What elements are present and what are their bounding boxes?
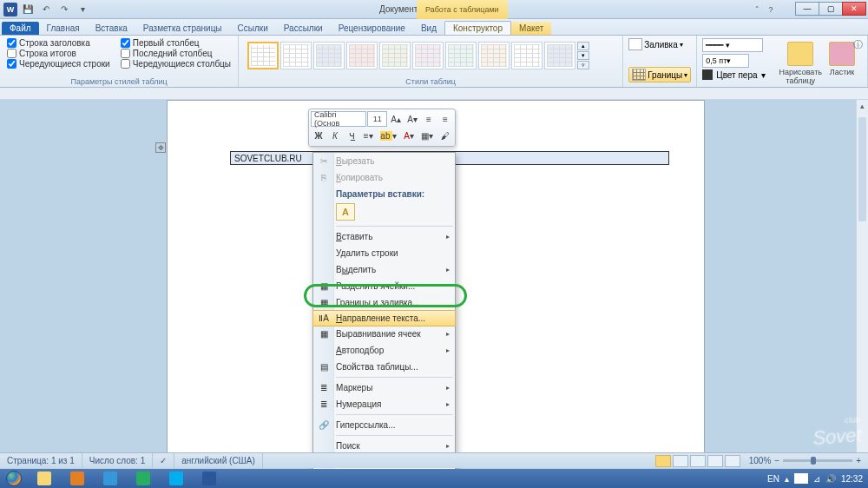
task-explorer[interactable] [29,470,60,487]
borders-button[interactable]: Границы▾ [628,67,691,82]
start-button[interactable] [0,469,28,488]
view-outline[interactable] [707,455,723,467]
help-icon[interactable]: ? [765,3,777,16]
shrink-font-icon[interactable]: A▾ [404,111,420,127]
task-skype[interactable] [161,470,192,487]
menu-numbering[interactable]: ≣Нумерация▸ [313,396,455,412]
task-firefox[interactable] [62,470,93,487]
tray-action-center-icon[interactable] [794,473,808,484]
menu-copy[interactable]: ⎘Копировать [313,169,455,186]
window-close-button[interactable]: ✕ [842,2,866,16]
line-style-selector[interactable]: ━━━━ ▾ [702,38,765,52]
window-minimize-button[interactable]: — [795,2,819,16]
tab-table-design[interactable]: Конструктор [444,21,511,35]
tray-show-hidden-icon[interactable]: ▴ [785,474,789,484]
pen-color-button[interactable]: Цвет пера ▾ [702,69,765,80]
align-icon[interactable]: ≡▾ [360,128,376,143]
table-move-handle[interactable]: ✥ [155,142,166,153]
grow-font-icon[interactable]: A▴ [388,111,404,127]
decrease-indent-icon[interactable]: ≡ [421,111,437,127]
tab-insert[interactable]: Вставка [88,22,135,35]
menu-cut[interactable]: ✂Вырезать [313,153,455,169]
view-draft[interactable] [725,455,740,467]
ribbon-minimize-icon[interactable]: ˄ [751,3,763,16]
table-style-thumb[interactable] [478,42,510,69]
table-style-thumb[interactable] [412,42,444,69]
menu-split-cells[interactable]: ▦Разделить ячейки... [313,278,455,294]
menu-borders-fill[interactable]: ▦Границы и заливка... [313,294,455,311]
task-chrome[interactable] [128,470,159,487]
menu-select[interactable]: Выделить▸ [313,261,455,278]
zoom-slider[interactable] [783,459,852,462]
menu-autofit[interactable]: Автоподбор▸ [313,342,455,359]
status-page[interactable]: Страница: 1 из 1 [0,453,82,468]
table-style-thumb[interactable] [511,42,542,69]
tray-network-icon[interactable]: ⊿ [813,474,820,484]
tab-table-layout[interactable]: Макет [511,22,551,35]
check-total-row[interactable]: Строка итогов [7,49,110,58]
window-maximize-button[interactable]: ▢ [819,2,843,16]
horizontal-ruler[interactable] [0,88,868,100]
tab-references[interactable]: Ссылки [230,22,276,35]
status-language[interactable]: английский (США) [174,453,263,468]
view-web-layout[interactable] [690,455,706,467]
format-painter-icon[interactable]: 🖌 [437,128,453,143]
font-size-selector[interactable]: 11 [367,111,387,127]
zoom-in-button[interactable]: + [856,456,861,465]
menu-table-properties[interactable]: ▤Свойства таблицы... [313,359,455,375]
menu-text-direction[interactable]: ⅡAНаправление текста... [312,310,456,326]
tab-file[interactable]: Файл [2,22,39,35]
qat-undo-icon[interactable]: ↶ [38,3,54,16]
scroll-up-icon[interactable]: ▴ [857,100,868,112]
paste-option-keep-text[interactable]: A [336,203,355,221]
line-weight-selector[interactable]: 0,5 пт ▾ [702,54,765,68]
increase-indent-icon[interactable]: ≡ [437,111,453,127]
tab-view[interactable]: Вид [413,22,444,35]
table-style-thumb[interactable] [280,42,312,69]
table-style-thumb[interactable] [379,42,411,69]
tray-clock[interactable]: 12:32 [841,474,863,484]
status-word-count[interactable]: Число слов: 1 [82,453,153,468]
tray-lang[interactable]: EN [767,474,779,484]
highlight-icon[interactable]: ab▾ [377,128,399,143]
vertical-scrollbar[interactable]: ▴ [856,100,868,462]
bold-icon[interactable]: Ж [311,128,326,143]
view-full-screen[interactable] [673,455,688,467]
zoom-out-button[interactable]: − [774,456,779,465]
table-style-thumb[interactable] [544,42,575,69]
gallery-scroll[interactable]: ▴▾▿ [577,42,589,70]
eraser-button[interactable]: Ластик [829,42,855,85]
table-style-thumb[interactable] [247,42,279,69]
menu-hyperlink[interactable]: 🔗Гиперссылка... [313,417,455,433]
check-banded-rows[interactable]: Чередующиеся строки [7,59,110,69]
menu-insert[interactable]: Вставить▸ [313,228,455,245]
task-app[interactable] [95,470,126,487]
tab-mailings[interactable]: Рассылки [276,22,331,35]
font-color-icon[interactable]: A▾ [401,128,418,143]
tab-home[interactable]: Главная [39,22,88,35]
view-print-layout[interactable] [655,455,671,467]
scroll-thumb[interactable] [858,117,866,221]
tab-page-layout[interactable]: Разметка страницы [135,22,230,35]
check-header-row[interactable]: Строка заголовка [7,38,110,48]
table-style-thumb[interactable] [445,42,477,69]
italic-icon[interactable]: К [327,128,343,143]
menu-bullets[interactable]: ≣Маркеры▸ [313,379,455,396]
qat-save-icon[interactable]: 💾 [20,3,36,16]
shading-button[interactable]: Заливка▾ [628,38,691,50]
draw-table-button[interactable]: Нарисовать таблицу [779,42,822,85]
status-spellcheck[interactable]: ✓ [153,453,174,468]
menu-delete-rows[interactable]: Удалить строки [313,245,455,261]
font-name-selector[interactable]: Calibri (Основ [311,111,366,127]
zoom-label[interactable]: 100% [749,456,772,465]
ribbon-help-icon[interactable]: ⓘ [853,38,863,51]
menu-cell-alignment[interactable]: ▦Выравнивание ячеек▸ [313,326,455,342]
tray-volume-icon[interactable]: 🔊 [825,474,836,484]
check-last-column[interactable]: Последний столбец [121,49,231,58]
qat-redo-icon[interactable]: ↷ [56,3,72,16]
underline-icon[interactable]: Ч̲ [344,128,359,143]
check-banded-columns[interactable]: Чередующиеся столбцы [121,59,231,69]
table-style-thumb[interactable] [346,42,378,69]
qat-customize-icon[interactable]: ▾ [75,3,90,16]
tab-review[interactable]: Рецензирование [331,22,413,35]
